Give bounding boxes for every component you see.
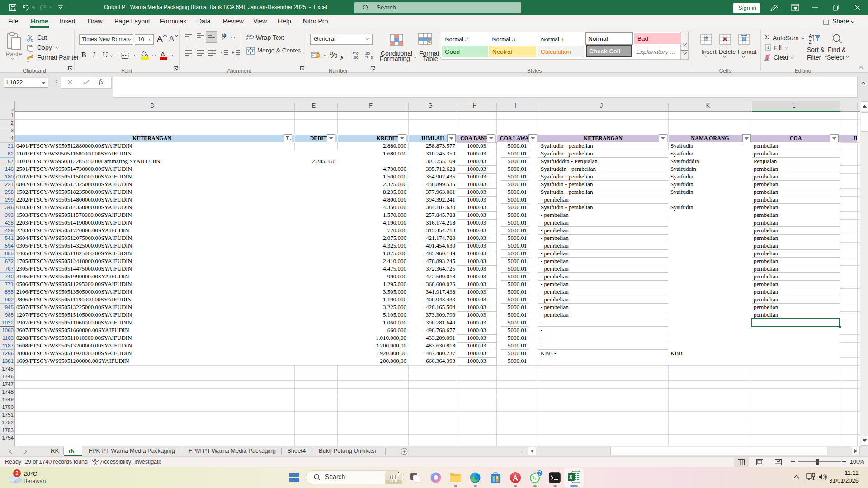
svg-text:0: 0	[356, 52, 359, 56]
svg-text:A: A	[809, 33, 812, 38]
svg-text:c: c	[246, 37, 248, 41]
svg-text:X: X	[569, 474, 573, 480]
svg-text:ab: ab	[222, 33, 226, 38]
svg-text:.00: .00	[353, 56, 359, 59]
svg-text:Z: Z	[809, 39, 812, 45]
svg-text:.00: .00	[365, 52, 370, 56]
svg-text:0: 0	[371, 56, 373, 59]
